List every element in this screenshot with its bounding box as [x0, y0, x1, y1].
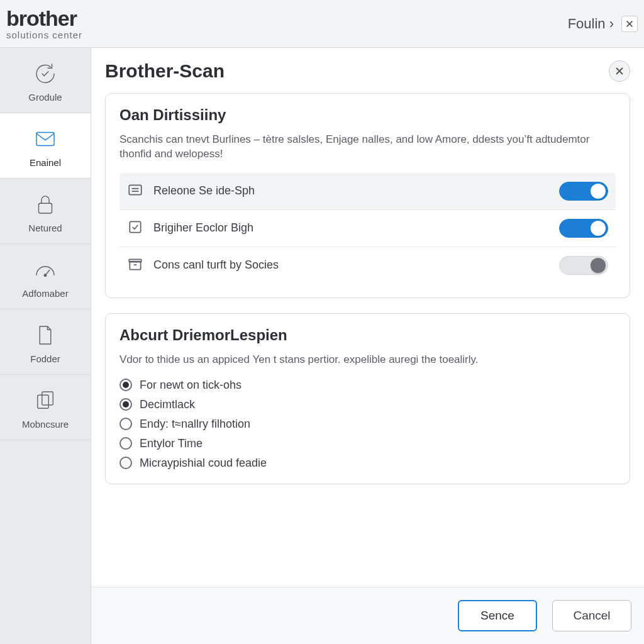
- toggle-label: Brigiher Eoclor Bigh: [153, 221, 549, 235]
- close-icon: [625, 19, 634, 28]
- toggle-row-cons: Cons canl turft by Socies: [119, 247, 616, 284]
- card-title: Oan Dirtissiiny: [119, 106, 616, 124]
- copy-icon: [32, 387, 58, 414]
- settings-card-scan: Oan Dirtissiiny Scanchis can tnevt Burli…: [105, 93, 630, 298]
- archive-icon: [127, 256, 143, 275]
- radio-icon: [119, 437, 132, 450]
- sidebar: Grodule Enainel Netured Adfomaber Fodder…: [0, 48, 91, 644]
- sidebar-item-label: Netured: [28, 223, 62, 233]
- checkbox-icon: [127, 219, 143, 238]
- header-right-label[interactable]: Foulin ›: [568, 16, 614, 32]
- cancel-button[interactable]: Cancel: [552, 600, 631, 631]
- brand-subtitle: solutions center: [6, 30, 82, 40]
- radio-label: Micraypishial coud feadie: [140, 457, 267, 470]
- sidebar-item-label: Enainel: [30, 157, 61, 168]
- panel-close-button[interactable]: [609, 60, 630, 82]
- radio-icon: [119, 457, 132, 469]
- close-icon: [614, 66, 625, 76]
- main-panel: Brother-Scan Oan Dirtissiiny Scanchis ca…: [91, 48, 644, 644]
- sidebar-item-label: Mobncsure: [22, 419, 69, 430]
- document-icon: [32, 322, 58, 348]
- sidebar-item-grodule[interactable]: Grodule: [0, 48, 91, 113]
- brand-block: brother solutions center: [6, 8, 82, 40]
- refresh-check-icon: [32, 60, 58, 87]
- radio-label: Decimtlack: [140, 398, 195, 411]
- radio-option-4[interactable]: Entylor Time: [119, 437, 616, 450]
- sidebar-item-label: Grodule: [28, 92, 62, 103]
- app-header: brother solutions center Foulin ›: [0, 0, 644, 48]
- settings-card-options: Abcurt DriemorLespien Vdor to thide us a…: [105, 313, 630, 484]
- toggle-label: Releone Se ide-Sph: [153, 184, 549, 197]
- svg-point-5: [44, 274, 47, 277]
- svg-rect-3: [39, 203, 52, 213]
- gauge-icon: [32, 257, 58, 283]
- svg-rect-14: [130, 262, 140, 270]
- dialog-footer: Sence Cancel: [91, 587, 644, 644]
- list-icon: [127, 182, 143, 201]
- radio-group: For newt on tick-ohs Decimtlack Endy: t≈…: [119, 379, 616, 470]
- svg-rect-2: [36, 133, 54, 146]
- sidebar-item-mobncsure[interactable]: Mobncsure: [0, 375, 91, 440]
- card-title: Abcurt DriemorLespien: [119, 326, 616, 344]
- page-title: Brother-Scan: [105, 60, 225, 82]
- radio-label: For newt on tick-ohs: [140, 379, 242, 392]
- toggle-cons[interactable]: [559, 256, 608, 275]
- radio-label: Entylor Time: [140, 437, 203, 450]
- card-description: Scanchis can tnevt Burlines – tètre sals…: [119, 133, 616, 162]
- lock-icon: [32, 191, 58, 218]
- radio-icon: [119, 418, 132, 430]
- sidebar-item-enainel[interactable]: Enainel: [0, 113, 91, 179]
- sidebar-item-netured[interactable]: Netured: [0, 179, 91, 244]
- card-description: Vdor to thide us an appiced Yen t stans …: [119, 353, 616, 367]
- sidebar-item-fodder[interactable]: Fodder: [0, 309, 91, 375]
- toggle-row-releone: Releone Se ide-Sph: [119, 173, 616, 209]
- radio-option-3[interactable]: Endy: t≈nallry filhotion: [119, 418, 616, 431]
- sidebar-item-label: Adfomaber: [22, 288, 68, 299]
- brand-name: brother: [6, 8, 82, 29]
- svg-rect-15: [129, 259, 142, 262]
- toggle-label: Cons canl turft by Socies: [153, 258, 549, 272]
- radio-option-1[interactable]: For newt on tick-ohs: [119, 379, 616, 392]
- mail-icon: [32, 126, 58, 152]
- save-button[interactable]: Sence: [458, 600, 537, 631]
- toggle-releone[interactable]: [559, 182, 608, 201]
- window-close-button[interactable]: [621, 16, 638, 32]
- sidebar-item-label: Fodder: [30, 353, 60, 364]
- sidebar-item-adfomaber[interactable]: Adfomaber: [0, 244, 91, 309]
- toggle-brigiher[interactable]: [559, 219, 608, 238]
- svg-rect-7: [42, 392, 53, 405]
- svg-rect-10: [129, 185, 142, 194]
- radio-icon: [119, 379, 132, 391]
- radio-option-2[interactable]: Decimtlack: [119, 398, 616, 411]
- radio-label: Endy: t≈nallry filhotion: [140, 418, 250, 431]
- radio-option-5[interactable]: Micraypishial coud feadie: [119, 457, 616, 470]
- toggle-row-brigiher: Brigiher Eoclor Bigh: [119, 209, 616, 247]
- svg-rect-6: [38, 395, 49, 408]
- svg-rect-13: [130, 221, 140, 232]
- radio-icon: [119, 398, 132, 411]
